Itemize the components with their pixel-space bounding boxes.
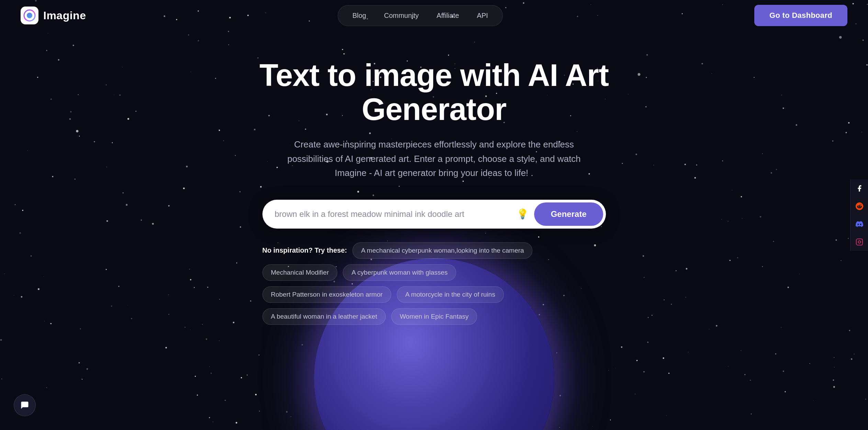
chip-motorcycle-ruins[interactable]: A motorcycle in the city of ruins — [397, 286, 504, 303]
discord-icon[interactable] — [850, 215, 868, 233]
logo-area[interactable]: Imagine — [21, 7, 86, 24]
nav-blog[interactable]: Blog — [345, 9, 374, 22]
lightbulb-icon[interactable]: 💡 — [517, 208, 529, 220]
nav-affiliate[interactable]: Affiliate — [429, 9, 466, 22]
hero-title: Text to image with AI Art Generator — [245, 58, 623, 126]
chat-button[interactable] — [14, 394, 36, 416]
chip-cyberpunk-woman[interactable]: A mechanical cyberpunk woman,looking int… — [352, 242, 532, 259]
search-container: 💡 Generate — [262, 200, 606, 229]
nav-links: Blog Community Affiliate API — [338, 5, 503, 26]
nav-community[interactable]: Community — [376, 9, 426, 22]
chip-mechanical-modifier[interactable]: Mechanical Modifier — [262, 264, 338, 281]
logo-text: Imagine — [43, 9, 86, 22]
chip-cyberpunk-glasses[interactable]: A cyberpunk woman with glasses — [343, 264, 456, 281]
social-sidebar — [850, 179, 868, 251]
logo-icon — [21, 7, 38, 24]
svg-point-1 — [27, 13, 32, 18]
hero-section: Text to image with AI Art Generator Crea… — [0, 31, 868, 325]
search-bar: 💡 Generate — [262, 200, 606, 229]
navbar: Imagine Blog Community Affiliate API Go … — [0, 0, 868, 31]
generate-button[interactable]: Generate — [534, 202, 603, 226]
chip-robert-patterson[interactable]: Robert Patterson in exoskeleton armor — [262, 286, 391, 303]
nav-api[interactable]: API — [469, 9, 495, 22]
inspiration-section: No inspiration? Try these: A mechanical … — [262, 242, 606, 325]
hero-subtitle: Create awe-inspiring masterpieces effort… — [280, 137, 589, 180]
go-to-dashboard-button[interactable]: Go to Dashboard — [754, 5, 847, 26]
chip-women-epic-fantasy[interactable]: Women in Epic Fantasy — [391, 308, 477, 325]
svg-rect-2 — [856, 239, 862, 245]
search-input[interactable] — [275, 209, 517, 219]
inspiration-row-2: Robert Patterson in exoskeleton armor A … — [262, 286, 606, 325]
instagram-icon[interactable] — [850, 233, 868, 251]
reddit-icon[interactable] — [850, 197, 868, 215]
inspiration-row-1: No inspiration? Try these: A mechanical … — [262, 242, 606, 281]
facebook-icon[interactable] — [850, 179, 868, 197]
chip-beautiful-woman-leather[interactable]: A beautiful woman in a leather jacket — [262, 308, 386, 325]
inspiration-label: No inspiration? Try these: — [262, 246, 347, 254]
